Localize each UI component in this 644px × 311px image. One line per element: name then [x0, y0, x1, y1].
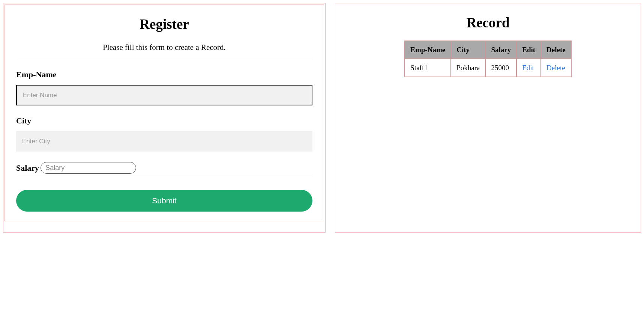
register-panel: Register Please fill this form to create…: [5, 5, 324, 221]
city-row: City: [16, 116, 312, 152]
register-subtitle: Please fill this form to create a Record…: [16, 43, 312, 52]
register-outer-panel: Register Please fill this form to create…: [3, 3, 326, 233]
record-title: Record: [347, 15, 629, 31]
city-label: City: [16, 116, 312, 126]
register-title: Register: [16, 16, 312, 32]
cell-emp-name: Staff1: [405, 59, 451, 77]
divider: [16, 59, 312, 59]
col-delete: Delete: [541, 41, 571, 59]
salary-row: Salary: [16, 162, 312, 174]
table-row: Staff1Pokhara25000EditDelete: [405, 59, 571, 77]
cell-action: Edit: [516, 59, 541, 77]
col-emp-name: Emp-Name: [405, 41, 451, 59]
record-table: Emp-Name City Salary Edit Delete Staff1P…: [404, 41, 571, 77]
table-header-row: Emp-Name City Salary Edit Delete: [405, 41, 571, 59]
emp-name-row: Emp-Name: [16, 70, 312, 105]
col-salary: Salary: [485, 41, 516, 59]
submit-button[interactable]: Submit: [16, 190, 312, 212]
emp-name-input[interactable]: [16, 85, 312, 105]
divider: [16, 176, 312, 176]
record-panel: Record Emp-Name City Salary Edit Delete …: [335, 3, 641, 233]
edit-link[interactable]: Edit: [522, 64, 534, 72]
delete-link[interactable]: Delete: [546, 64, 565, 72]
cell-salary: 25000: [485, 59, 516, 77]
salary-label: Salary: [16, 163, 39, 173]
city-input[interactable]: [16, 131, 312, 152]
emp-name-label: Emp-Name: [16, 70, 312, 80]
page-container: Register Please fill this form to create…: [3, 3, 641, 233]
col-city: City: [451, 41, 485, 59]
cell-action: Delete: [541, 59, 571, 77]
cell-city: Pokhara: [451, 59, 485, 77]
salary-input[interactable]: [41, 162, 136, 174]
record-wrap: Record Emp-Name City Salary Edit Delete …: [347, 15, 629, 77]
col-edit: Edit: [516, 41, 541, 59]
